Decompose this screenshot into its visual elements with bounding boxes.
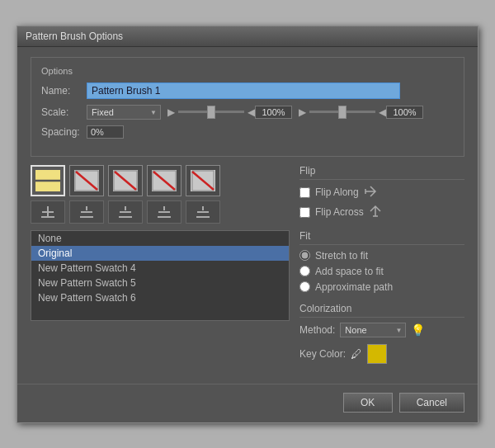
flip-across-label: Flip Across — [315, 206, 364, 218]
scale-slider-right: ▶ ◀ — [299, 106, 423, 119]
key-color-row: Key Color: 🖊 — [299, 344, 464, 364]
scale-percent2[interactable] — [386, 106, 423, 119]
flip-along-icon — [364, 185, 377, 200]
tile-start-button[interactable] — [147, 165, 182, 196]
spacing-label: Spacing: — [41, 126, 87, 138]
left-panel: None Original New Pattern Swatch 4 New P… — [31, 165, 290, 374]
name-row: Name: — [41, 83, 454, 99]
pattern-item-original[interactable]: Original — [31, 246, 289, 261]
cancel-button[interactable]: Cancel — [399, 393, 464, 413]
tile-action-btn-1[interactable] — [31, 200, 65, 224]
scale-label: Scale: — [41, 106, 87, 118]
bulb-icon: 💡 — [411, 323, 425, 337]
fit-section: Fit Stretch to fit Add space to fit Appr… — [299, 230, 464, 293]
svg-rect-17 — [80, 216, 93, 218]
tile-end-preview — [191, 170, 215, 191]
fit-approx-radio[interactable] — [299, 281, 310, 292]
pattern-item-none[interactable]: None — [31, 231, 289, 246]
name-label: Name: — [41, 85, 87, 97]
right-panel: Flip Flip Along Flip Across — [299, 165, 464, 374]
spacing-input[interactable] — [87, 125, 124, 139]
options-title: Options — [41, 66, 454, 76]
ok-button[interactable]: OK — [343, 393, 393, 413]
key-color-swatch[interactable] — [367, 344, 387, 364]
arrow-left2-icon: ▶ — [299, 106, 306, 118]
flip-section: Flip Flip Along Flip Across — [299, 165, 464, 220]
flip-along-row: Flip Along — [299, 185, 464, 200]
svg-rect-26 — [196, 216, 210, 218]
fit-addspace-label: Add space to fit — [315, 266, 384, 277]
fit-stretch-label: Stretch to fit — [315, 250, 368, 262]
svg-rect-22 — [158, 211, 170, 213]
dialog-footer: OK Cancel — [17, 384, 478, 422]
arrow-right2-icon: ◀ — [379, 106, 386, 118]
eyedropper-icon[interactable]: 🖊 — [351, 347, 362, 361]
arrow-left-icon: ▶ — [167, 106, 175, 118]
fit-addspace-radio[interactable] — [299, 266, 310, 276]
tile-inner-button[interactable] — [108, 165, 143, 196]
flip-across-icon — [369, 205, 382, 220]
pattern-brush-options-dialog: Pattern Brush Options Options Name: Scal… — [16, 26, 478, 423]
spacing-row: Spacing: — [41, 125, 454, 139]
colorization-title: Colorization — [299, 303, 464, 318]
flip-along-label: Flip Along — [315, 186, 359, 198]
method-select-wrapper: None Tints Tints and Shades Hue Shift — [340, 323, 406, 337]
pattern-item-swatch6[interactable]: New Pattern Swatch 6 — [31, 290, 289, 305]
flip-title: Flip — [299, 165, 464, 180]
main-content: None Original New Pattern Swatch 4 New P… — [31, 165, 464, 374]
arrow-right-icon: ◀ — [248, 106, 255, 118]
tile-action-btn-4[interactable] — [147, 200, 182, 224]
svg-rect-25 — [197, 211, 209, 213]
flip-across-row: Flip Across — [299, 205, 464, 220]
tile-action-btn-3[interactable] — [108, 200, 143, 224]
tile-start-preview — [152, 170, 177, 191]
scale-row: Scale: Fixed Proportional ▶ ◀ ▶ ◀ — [41, 105, 454, 120]
fit-stretch-radio[interactable] — [299, 250, 310, 261]
tile-outer-preview — [74, 170, 99, 191]
pattern-item-swatch4[interactable]: New Pattern Swatch 4 — [31, 261, 289, 276]
svg-rect-23 — [158, 216, 171, 218]
fit-stretch-row: Stretch to fit — [299, 250, 464, 262]
tile-buttons-row — [31, 165, 290, 196]
tile-action-btn-2[interactable] — [69, 200, 104, 224]
colorization-section: Colorization Method: None Tints Tints an… — [299, 303, 464, 364]
svg-rect-16 — [81, 211, 92, 213]
fit-title: Fit — [299, 230, 464, 245]
pattern-item-swatch5[interactable]: New Pattern Swatch 5 — [31, 276, 289, 290]
method-select[interactable]: None Tints Tints and Shades Hue Shift — [340, 323, 406, 337]
svg-rect-20 — [119, 216, 132, 218]
fit-addspace-row: Add space to fit — [299, 266, 464, 277]
flip-along-checkbox[interactable] — [299, 187, 310, 198]
scale-select-wrapper: Fixed Proportional — [87, 105, 161, 120]
slider-track-right[interactable] — [309, 111, 375, 113]
tile-outer-button[interactable] — [69, 165, 104, 196]
svg-rect-24 — [163, 206, 165, 210]
tile-side-preview — [35, 170, 60, 191]
method-label: Method: — [299, 324, 335, 336]
svg-rect-21 — [125, 206, 126, 210]
method-row: Method: None Tints Tints and Shades Hue … — [299, 323, 464, 337]
scale-select[interactable]: Fixed Proportional — [87, 105, 161, 120]
options-group: Options Name: Scale: Fixed Proportional … — [31, 57, 464, 157]
fit-approx-label: Approximate path — [315, 281, 393, 293]
scale-percent1[interactable] — [255, 106, 292, 119]
flip-across-checkbox[interactable] — [299, 207, 310, 218]
tile-action-btn-5[interactable] — [186, 200, 220, 224]
slider-track-left[interactable] — [178, 111, 244, 113]
pattern-list: None Original New Pattern Swatch 4 New P… — [31, 230, 290, 321]
title-bar: Pattern Brush Options — [17, 26, 478, 47]
svg-rect-14 — [47, 206, 49, 218]
tile-inner-preview — [113, 170, 138, 191]
key-color-label: Key Color: — [299, 348, 346, 360]
fit-approx-row: Approximate path — [299, 281, 464, 293]
tile-side-button[interactable] — [31, 165, 65, 196]
svg-rect-19 — [120, 211, 131, 213]
name-input[interactable] — [87, 83, 400, 99]
svg-rect-18 — [86, 206, 87, 210]
tile-action-row — [31, 200, 290, 224]
svg-rect-15 — [41, 216, 54, 218]
scale-slider-left: ▶ ◀ — [167, 106, 292, 119]
dialog-title: Pattern Brush Options — [26, 31, 123, 42]
tile-end-button[interactable] — [186, 165, 220, 196]
svg-rect-27 — [202, 206, 204, 210]
